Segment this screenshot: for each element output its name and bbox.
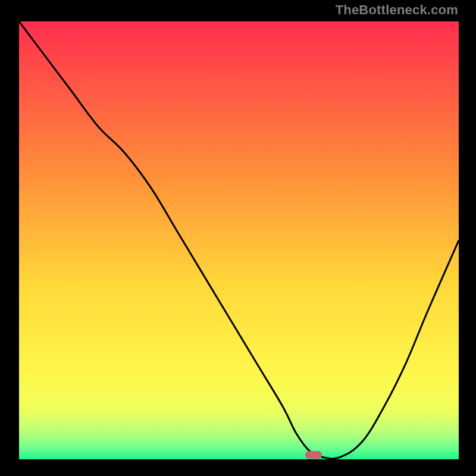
chart-frame: TheBottleneck.com — [0, 0, 476, 476]
curve-path — [19, 21, 459, 459]
watermark-text: TheBottleneck.com — [336, 4, 458, 17]
plot-area — [19, 21, 459, 459]
optimum-marker — [305, 451, 322, 459]
bottleneck-curve — [19, 21, 459, 459]
